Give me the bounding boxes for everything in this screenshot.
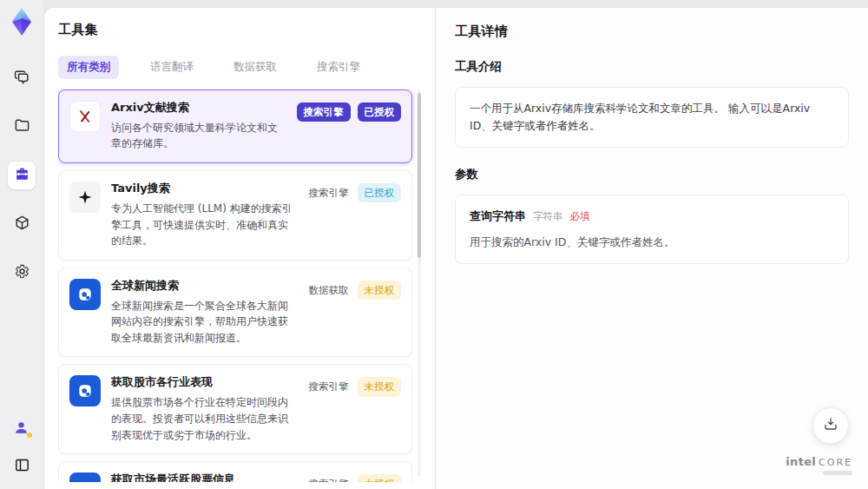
tool-list: Arxiv文献搜索 访问各个研究领域大量科学论文和文章的存储库。 搜索引擎 已授… <box>58 89 421 482</box>
category-tab[interactable]: 数据获取 <box>225 56 286 79</box>
intro-box: 一个用于从Arxiv存储库搜索科学论文和文章的工具。 输入可以是Arxiv ID… <box>455 87 849 148</box>
category-tab[interactable]: 语言翻译 <box>141 56 202 79</box>
tool-description: 访问各个研究领域大量科学论文和文章的存储库。 <box>111 120 286 152</box>
tool-detail-panel: 工具详情 工具介绍 一个用于从Arxiv存储库搜索科学论文和文章的工具。 输入可… <box>436 8 868 489</box>
tool-icon <box>69 101 101 132</box>
user-icon <box>13 420 30 437</box>
intel-logo-subline <box>823 471 852 475</box>
category-badge: 搜索引擎 <box>307 183 351 202</box>
category-tab[interactable]: 所有类别 <box>58 56 119 79</box>
intro-text: 一个用于从Arxiv存储库搜索科学论文和文章的工具。 输入可以是Arxiv ID… <box>470 102 810 132</box>
app-sidebar <box>0 0 43 489</box>
folder-icon <box>14 117 30 137</box>
tool-card[interactable]: 全球新闻搜索 全球新闻搜索是一个聚合全球各大新闻网站内容的搜索引擎，帮助用户快速… <box>58 268 412 358</box>
category-badge: 搜索引擎 <box>297 102 351 122</box>
sidebar-nav <box>8 64 36 414</box>
sidebar-item-settings[interactable] <box>8 259 36 287</box>
scrollbar-thumb[interactable] <box>418 93 421 258</box>
category-tab[interactable]: 搜索引擎 <box>308 56 369 79</box>
download-button[interactable] <box>812 407 849 444</box>
tool-description: 全球新闻搜索是一个聚合全球各大新闻网站内容的搜索引擎，帮助用户快速获取全球最新资… <box>111 298 297 347</box>
sidebar-item-tools[interactable] <box>8 162 36 189</box>
tool-name: 获取市场最活跃股票信息 <box>111 472 297 482</box>
core-brand-text: core <box>819 457 852 468</box>
user-status-dot <box>27 433 32 438</box>
tool-card[interactable]: Tavily搜索 专为人工智能代理 (LLM) 构建的搜索引擎工具，可快速提供实… <box>58 170 412 261</box>
tool-card[interactable]: 获取市场最活跃股票信息 提供当天交易量最高的股票列表，投资者可以利用这些信息来识… <box>58 461 412 482</box>
chat-icon <box>14 69 30 89</box>
param-required-flag: 必填 <box>570 208 590 224</box>
page-title: 工具集 <box>58 22 421 38</box>
scrollbar[interactable] <box>418 89 421 477</box>
tool-description: 专为人工智能代理 (LLM) 构建的搜索引擎工具，可快速提供实时、准确和真实的结… <box>111 201 297 249</box>
param-box: 查询字符串 字符串 必填 用于搜索的Arxiv ID、关键字或作者姓名。 <box>455 195 849 264</box>
tool-icon <box>69 182 101 213</box>
sidebar-item-account[interactable] <box>8 414 36 442</box>
tool-name: 全球新闻搜索 <box>111 279 297 294</box>
param-description: 用于搜索的Arxiv ID、关键字或作者姓名。 <box>470 234 834 251</box>
intel-core-logo: intel core <box>786 455 852 475</box>
auth-status-badge: 未授权 <box>358 377 402 396</box>
main-surface: 工具集 所有类别语言翻译数据获取搜索引擎 Arxiv文献搜索 访问各个研究领域大… <box>43 7 868 489</box>
sidebar-item-files[interactable] <box>8 113 36 141</box>
param-name: 查询字符串 <box>470 208 526 226</box>
category-tabs: 所有类别语言翻译数据获取搜索引擎 <box>58 56 421 79</box>
app-logo-icon <box>9 7 35 36</box>
tool-icon <box>69 472 101 482</box>
tool-card[interactable]: Arxiv文献搜索 访问各个研究领域大量科学论文和文章的存储库。 搜索引擎 已授… <box>58 89 412 163</box>
auth-status-badge: 已授权 <box>358 183 402 202</box>
auth-status-badge: 未授权 <box>358 474 402 482</box>
tool-description: 提供股票市场各个行业在特定时间段内的表现。投资者可以利用这些信息来识别表现优于或… <box>111 394 297 443</box>
detail-title: 工具详情 <box>455 23 849 40</box>
tool-list-panel: 工具集 所有类别语言翻译数据获取搜索引擎 Arxiv文献搜索 访问各个研究领域大… <box>44 8 435 489</box>
params-heading: 参数 <box>455 167 849 182</box>
intro-heading: 工具介绍 <box>455 59 849 75</box>
sidebar-item-models[interactable] <box>8 210 36 238</box>
cube-icon <box>14 215 30 235</box>
category-badge: 搜索引擎 <box>307 377 351 396</box>
sidebar-item-chat[interactable] <box>8 64 36 92</box>
tool-name: 获取股市各行业表现 <box>111 375 297 390</box>
intel-brand-text: intel <box>786 455 816 468</box>
download-icon <box>823 416 838 435</box>
param-type: 字符串 <box>533 208 563 224</box>
layout-panel-icon <box>14 457 30 477</box>
tool-icon <box>69 279 101 310</box>
category-badge: 数据获取 <box>307 281 351 300</box>
auth-status-badge: 未授权 <box>358 281 402 300</box>
tool-name: Arxiv文献搜索 <box>111 101 286 116</box>
category-badge: 搜索引擎 <box>307 474 351 482</box>
tool-card[interactable]: 获取股市各行业表现 提供股票市场各个行业在特定时间段内的表现。投资者可以利用这些… <box>58 364 412 454</box>
tool-icon <box>69 375 101 406</box>
toolbox-icon <box>14 166 30 186</box>
auth-status-badge: 已授权 <box>358 102 402 122</box>
gear-icon <box>14 263 30 283</box>
sidebar-item-collapse[interactable] <box>8 453 36 480</box>
tool-name: Tavily搜索 <box>111 182 297 196</box>
